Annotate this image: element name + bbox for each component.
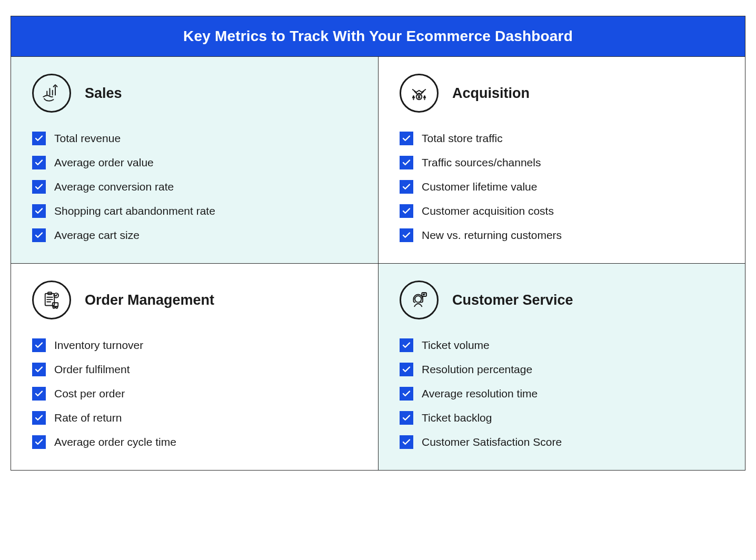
list-item: Total store traffic (400, 132, 724, 145)
quadrant-customer-service: Customer Service Ticket volume Resolutio… (378, 263, 745, 470)
item-label: Rate of return (54, 412, 122, 424)
item-label: Ticket backlog (422, 412, 492, 424)
item-label: Average resolution time (422, 387, 538, 400)
item-label: Customer lifetime value (422, 181, 537, 193)
list-item: Traffic sources/channels (400, 156, 724, 169)
item-list: Ticket volume Resolution percentage Aver… (400, 338, 724, 449)
svg-point-6 (56, 306, 58, 308)
checkmark-icon (400, 180, 413, 194)
item-label: Order fulfilment (54, 363, 130, 376)
sales-growth-icon (32, 74, 71, 113)
checkmark-icon (400, 228, 413, 242)
list-item: New vs. returning customers (400, 228, 724, 242)
list-item: Shopping cart abandonment rate (32, 204, 357, 218)
support-agent-icon (400, 281, 439, 319)
checkmark-icon (32, 204, 46, 218)
item-label: Customer acquisition costs (422, 205, 554, 217)
checkmark-icon (400, 411, 413, 425)
checkmark-icon (400, 156, 413, 169)
list-item: Customer acquisition costs (400, 204, 724, 218)
item-label: Inventory turnover (54, 339, 143, 352)
checkmark-icon (32, 228, 46, 242)
list-item: Resolution percentage (400, 363, 724, 376)
item-label: New vs. returning customers (422, 229, 562, 242)
quadrant-title: Order Management (85, 292, 214, 308)
checkmark-icon (400, 387, 413, 401)
list-item: Ticket backlog (400, 411, 724, 425)
quadrant-title: Acquisition (452, 85, 530, 102)
list-item: Inventory turnover (32, 338, 357, 352)
item-label: Average cart size (54, 229, 140, 242)
item-label: Total revenue (54, 132, 121, 145)
checkmark-icon (32, 387, 46, 401)
list-item: Average order cycle time (32, 435, 357, 449)
item-label: Total store traffic (422, 132, 503, 145)
item-label: Average order value (54, 156, 154, 169)
list-item: Average order value (32, 156, 357, 169)
card-title: Key Metrics to Track With Your Ecommerce… (11, 16, 745, 56)
item-label: Average conversion rate (54, 181, 174, 193)
checkmark-icon (32, 180, 46, 194)
list-item: Average resolution time (400, 387, 724, 401)
quadrant-sales: Sales Total revenue Average order value … (11, 56, 378, 263)
checkmark-icon (400, 132, 413, 145)
checkmark-icon (400, 363, 413, 376)
list-item: Ticket volume (400, 338, 724, 352)
list-item: Customer Satisfaction Score (400, 435, 724, 449)
item-label: Shopping cart abandonment rate (54, 205, 215, 217)
quadrant-title: Sales (85, 85, 122, 102)
item-label: Average order cycle time (54, 436, 176, 448)
quadrant-acquisition: Acquisition Total store traffic Traffic … (378, 56, 745, 263)
item-label: Customer Satisfaction Score (422, 436, 562, 448)
item-label: Ticket volume (422, 339, 490, 352)
quadrant-grid: Sales Total revenue Average order value … (11, 56, 745, 470)
quadrant-header: Customer Service (400, 281, 724, 319)
checkmark-icon (32, 435, 46, 449)
svg-point-7 (415, 296, 421, 302)
quadrant-header: Sales (32, 74, 357, 113)
quadrant-header: Order Management (32, 281, 357, 319)
item-label: Cost per order (54, 387, 125, 400)
item-list: Inventory turnover Order fulfilment Cost… (32, 338, 357, 449)
checkmark-icon (400, 204, 413, 218)
list-item: Average cart size (32, 228, 357, 242)
list-item: Customer lifetime value (400, 180, 724, 194)
item-label: Traffic sources/channels (422, 156, 541, 169)
list-item: Total revenue (32, 132, 357, 145)
list-item: Rate of return (32, 411, 357, 425)
item-list: Total revenue Average order value Averag… (32, 132, 357, 242)
quadrant-order-management: Order Management Inventory turnover Orde… (11, 263, 378, 470)
list-item: Average conversion rate (32, 180, 357, 194)
checkmark-icon (32, 156, 46, 169)
clipboard-delivery-icon (32, 281, 71, 319)
checkmark-icon (32, 363, 46, 376)
checkmark-icon (400, 435, 413, 449)
metrics-card: Key Metrics to Track With Your Ecommerce… (11, 16, 745, 471)
list-item: Cost per order (32, 387, 357, 401)
checkmark-icon (400, 338, 413, 352)
quadrant-header: Acquisition (400, 74, 724, 113)
handshake-money-icon (400, 74, 439, 113)
quadrant-title: Customer Service (452, 292, 573, 308)
svg-point-5 (53, 306, 55, 308)
checkmark-icon (32, 411, 46, 425)
checkmark-icon (32, 132, 46, 145)
list-item: Order fulfilment (32, 363, 357, 376)
item-list: Total store traffic Traffic sources/chan… (400, 132, 724, 242)
item-label: Resolution percentage (422, 363, 532, 376)
checkmark-icon (32, 338, 46, 352)
